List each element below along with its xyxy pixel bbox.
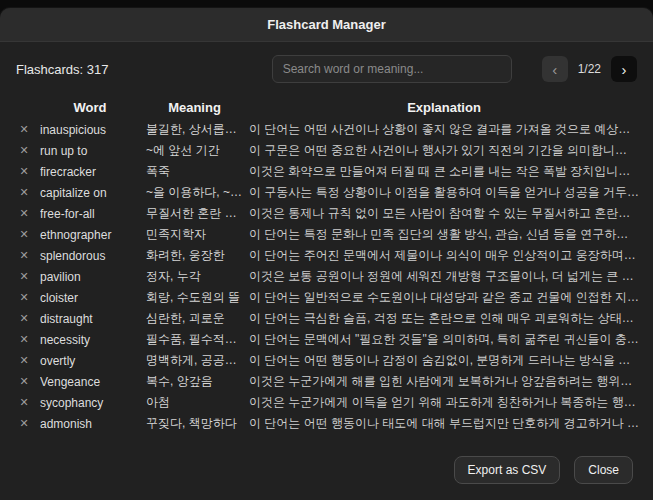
table-row: ✕ run up to ~에 앞선 기간 이 구문은 어떤 중요한 사건이나 행… [14, 140, 639, 161]
table-row: ✕ splendorous 화려한, 웅장한 이 단어는 주어진 문맥에서 제물… [14, 245, 639, 266]
modal-title: Flashcard Manager [267, 17, 386, 32]
table-row: ✕ cloister 회랑, 수도원의 뜰 이 단어는 일반적으로 수도원이나 … [14, 287, 639, 308]
delete-row-icon[interactable]: ✕ [14, 373, 34, 391]
table-body: ✕ inauspicious 불길한, 상서롭지 못한 이 단어는 어떤 사건이… [14, 119, 639, 434]
prev-page-button[interactable]: ‹ [542, 56, 568, 82]
table-row: ✕ necessity 필수품, 필수적인 것 이 단어는 문맥에서 "필요한 … [14, 329, 639, 350]
delete-row-icon[interactable]: ✕ [14, 310, 34, 328]
explanation-cell: 이것은 화약으로 만들어져 터질 때 큰 소리를 내는 작은 폭발 장치입니다… [249, 163, 639, 180]
delete-row-icon[interactable]: ✕ [14, 394, 34, 412]
meaning-cell: 민족지학자 [146, 226, 243, 243]
modal-footer: Export as CSV Close [0, 446, 653, 500]
explanation-cell: 이것은 통제나 규칙 없이 모든 사람이 참여할 수 있는 무질서하고 혼란스… [249, 205, 639, 222]
meaning-cell: 심란한, 괴로운 [146, 310, 243, 327]
word-cell: run up to [40, 144, 140, 158]
word-cell: capitalize on [40, 186, 140, 200]
word-cell: free-for-all [40, 207, 140, 221]
export-csv-button[interactable]: Export as CSV [454, 456, 561, 484]
delete-row-icon[interactable]: ✕ [14, 163, 34, 181]
delete-row-icon[interactable]: ✕ [14, 247, 34, 265]
explanation-cell: 이 구동사는 특정 상황이나 이점을 활용하여 이득을 얻거나 성공을 거두… [249, 184, 639, 201]
table-row: ✕ admonish 꾸짖다, 책망하다 이 단어는 어떤 행동이나 태도에 대… [14, 413, 639, 434]
word-cell: inauspicious [40, 123, 140, 137]
word-cell: ethnographer [40, 228, 140, 242]
table-row: ✕ overtly 명백하게, 공공연하게 이 단어는 어떤 행동이나 감정이 … [14, 350, 639, 371]
meaning-cell: 꾸짖다, 책망하다 [146, 415, 243, 432]
explanation-cell: 이것은 누군가에게 이득을 얻기 위해 과도하게 칭찬하거나 복종하는 행… [249, 394, 639, 411]
table-row: ✕ ethnographer 민족지학자 이 단어는 특정 문화나 민족 집단의… [14, 224, 639, 245]
toolbar: Flashcards: 317 ‹ 1/22 › [0, 42, 653, 93]
word-cell: pavilion [40, 270, 140, 284]
delete-row-icon[interactable]: ✕ [14, 415, 34, 433]
explanation-cell: 이것은 보통 공원이나 정원에 세워진 개방형 구조물이나, 더 넓게는 큰 건… [249, 268, 639, 285]
meaning-cell: 아첨 [146, 394, 243, 411]
word-cell: distraught [40, 312, 140, 326]
table-row: ✕ firecracker 폭죽 이것은 화약으로 만들어져 터질 때 큰 소리… [14, 161, 639, 182]
word-cell: overtly [40, 354, 140, 368]
explanation-cell: 이 구문은 어떤 중요한 사건이나 행사가 있기 직전의 기간을 의미합니다. … [249, 142, 639, 159]
word-cell: Vengeance [40, 375, 140, 389]
meaning-cell: 화려한, 웅장한 [146, 247, 243, 264]
explanation-cell: 이 단어는 극심한 슬픔, 걱정 또는 혼란으로 인해 매우 괴로워하는 상태를… [249, 310, 639, 327]
pagination: ‹ 1/22 › [542, 56, 637, 82]
delete-row-icon[interactable]: ✕ [14, 289, 34, 307]
next-page-button[interactable]: › [611, 56, 637, 82]
meaning-cell: 폭죽 [146, 163, 243, 180]
chevron-left-icon: ‹ [552, 62, 557, 77]
table-row: ✕ distraught 심란한, 괴로운 이 단어는 극심한 슬픔, 걱정 또… [14, 308, 639, 329]
word-cell: necessity [40, 333, 140, 347]
meaning-cell: 정자, 누각 [146, 268, 243, 285]
delete-row-icon[interactable]: ✕ [14, 268, 34, 286]
table-row: ✕ sycophancy 아첨 이것은 누군가에게 이득을 얻기 위해 과도하게… [14, 392, 639, 413]
flashcard-count-label: Flashcards: 317 [16, 62, 109, 77]
chevron-right-icon: › [622, 62, 627, 77]
explanation-cell: 이 단어는 일반적으로 수도원이나 대성당과 같은 종교 건물에 인접한 지… [249, 289, 639, 306]
delete-row-icon[interactable]: ✕ [14, 331, 34, 349]
meaning-cell: 회랑, 수도원의 뜰 [146, 289, 243, 306]
column-header-meaning: Meaning [146, 100, 243, 115]
word-cell: cloister [40, 291, 140, 305]
delete-row-icon[interactable]: ✕ [14, 352, 34, 370]
table-row: ✕ inauspicious 불길한, 상서롭지 못한 이 단어는 어떤 사건이… [14, 119, 639, 140]
table-row: ✕ pavilion 정자, 누각 이것은 보통 공원이나 정원에 세워진 개방… [14, 266, 639, 287]
explanation-cell: 이 단어는 어떤 행동이나 태도에 대해 부드럽지만 단호하게 경고하거나 … [249, 415, 639, 432]
word-cell: sycophancy [40, 396, 140, 410]
word-cell: splendorous [40, 249, 140, 263]
delete-row-icon[interactable]: ✕ [14, 205, 34, 223]
explanation-cell: 이것은 누군가에게 해를 입힌 사람에게 보복하거나 앙갚음하려는 행위나… [249, 373, 639, 390]
meaning-cell: 복수, 앙갚음 [146, 373, 243, 390]
column-header-explanation: Explanation [249, 100, 639, 115]
table-header-row: Word Meaning Explanation [14, 95, 639, 119]
delete-row-icon[interactable]: ✕ [14, 142, 34, 160]
meaning-cell: 불길한, 상서롭지 못한 [146, 121, 243, 138]
explanation-cell: 이 단어는 어떤 사건이나 상황이 좋지 않은 결과를 가져올 것으로 예상되… [249, 121, 639, 138]
word-cell: admonish [40, 417, 140, 431]
explanation-cell: 이 단어는 어떤 행동이나 감정이 숨김없이, 분명하게 드러나는 방식을 의… [249, 352, 639, 369]
table-row: ✕ capitalize on ~을 이용하다, ~을 기… 이 구동사는 특정… [14, 182, 639, 203]
flashcard-manager-modal: Flashcard Manager Flashcards: 317 ‹ 1/22… [0, 8, 653, 500]
explanation-cell: 이 단어는 문맥에서 "필요한 것들"을 의미하며, 특히 굶주린 귀신들이 충… [249, 331, 639, 348]
explanation-cell: 이 단어는 주어진 문맥에서 제물이나 의식이 매우 인상적이고 웅장하며, … [249, 247, 639, 264]
close-button[interactable]: Close [574, 456, 633, 484]
meaning-cell: 필수품, 필수적인 것 [146, 331, 243, 348]
modal-titlebar: Flashcard Manager [0, 8, 653, 42]
page-indicator: 1/22 [578, 62, 601, 76]
meaning-cell: ~에 앞선 기간 [146, 142, 243, 159]
table-row: ✕ Vengeance 복수, 앙갚음 이것은 누군가에게 해를 입힌 사람에게… [14, 371, 639, 392]
column-header-word: Word [40, 100, 140, 115]
meaning-cell: ~을 이용하다, ~을 기… [146, 184, 243, 201]
word-cell: firecracker [40, 165, 140, 179]
delete-row-icon[interactable]: ✕ [14, 184, 34, 202]
explanation-cell: 이 단어는 특정 문화나 민족 집단의 생활 방식, 관습, 신념 등을 연구하… [249, 226, 639, 243]
meaning-cell: 무질서한 혼란 상태 [146, 205, 243, 222]
meaning-cell: 명백하게, 공공연하게 [146, 352, 243, 369]
search-input[interactable] [272, 55, 512, 83]
flashcard-table: Word Meaning Explanation ✕ inauspicious … [0, 93, 653, 446]
delete-row-icon[interactable]: ✕ [14, 121, 34, 139]
table-row: ✕ free-for-all 무질서한 혼란 상태 이것은 통제나 규칙 없이 … [14, 203, 639, 224]
delete-row-icon[interactable]: ✕ [14, 226, 34, 244]
